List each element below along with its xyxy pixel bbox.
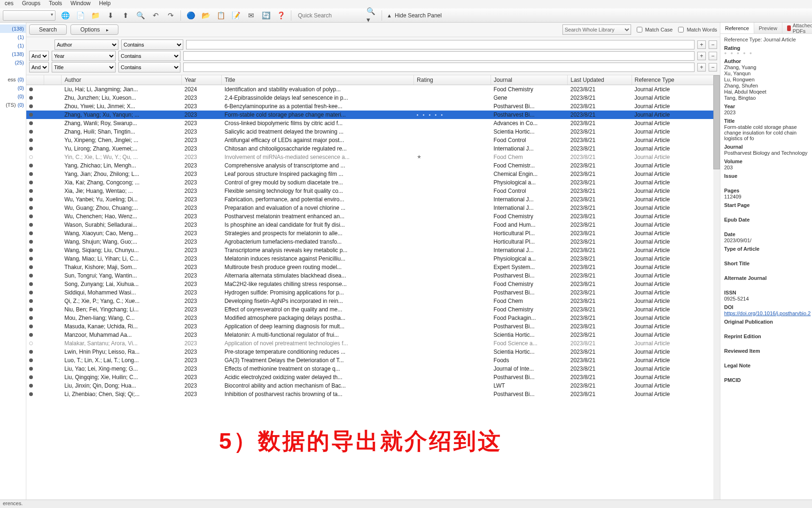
criteria-andor[interactable]: And bbox=[29, 51, 49, 61]
sidebar-item-0[interactable]: (138) bbox=[0, 24, 26, 33]
tab-attached-pdfs[interactable]: Attached PDFs bbox=[782, 23, 812, 33]
sidebar-item-6[interactable]: ess(0) bbox=[0, 75, 26, 84]
table-row[interactable]: Wang, Siqiang; Liu, Chunyu...2023Transcr… bbox=[26, 246, 720, 254]
criteria-op[interactable]: Contains bbox=[118, 51, 180, 61]
col-Year[interactable]: Year bbox=[182, 75, 222, 85]
table-row[interactable]: Liu, Hai; Li, Jiangming; Jian...2024Iden… bbox=[26, 85, 720, 94]
sidebar-item-7[interactable]: (0) bbox=[0, 84, 26, 92]
sync-icon[interactable]: 🔄 bbox=[261, 10, 271, 21]
sidebar-item-5[interactable] bbox=[0, 67, 26, 75]
criteria-remove[interactable]: − bbox=[709, 40, 717, 49]
open-lib-icon[interactable]: 📂 bbox=[201, 10, 211, 21]
table-row[interactable]: Yang, Zhichao; Lin, Mengh...2023Comprehe… bbox=[26, 161, 720, 170]
col-Reference Type[interactable]: Reference Type bbox=[632, 75, 719, 85]
table-row[interactable]: Siddiqui, Mohammed Wasi...2023Hydrogen s… bbox=[26, 288, 720, 297]
table-row[interactable]: Xia, Jie; Huang, Wentao; ...2023Flexible… bbox=[26, 187, 720, 195]
new-ref-icon[interactable]: 📄 bbox=[75, 10, 86, 21]
match-words-checkbox[interactable]: Match Words bbox=[676, 25, 717, 34]
find-dup-icon[interactable]: 🔍 bbox=[135, 10, 146, 21]
help-icon[interactable]: ❓ bbox=[276, 10, 286, 21]
criteria-term[interactable] bbox=[183, 63, 695, 72]
menu-bar[interactable]: cesGroupsToolsWindowHelp bbox=[0, 0, 812, 8]
table-row[interactable]: Manzoor, Muhammad Aa...2023Melatonin: A … bbox=[26, 331, 720, 339]
groups-sidebar[interactable]: (138)(1)(1)(138)(25)ess(0)(0)(0)(TS)(0) bbox=[0, 23, 26, 508]
table-row[interactable]: Wang, Xiaoyun; Cao, Meng...2023Strategie… bbox=[26, 229, 720, 238]
col-icon0[interactable] bbox=[26, 75, 44, 85]
table-row[interactable]: Zhu, Junzhen; Liu, Xueson...20232,4-Epib… bbox=[26, 94, 720, 102]
redo-icon[interactable]: ↷ bbox=[165, 10, 176, 21]
table-row[interactable]: Wason, Surabhi; Selladurai...2023Is phos… bbox=[26, 221, 720, 229]
table-row[interactable]: Yang, Jian; Zhou, Zhilong; L...2023Leaf … bbox=[26, 170, 720, 178]
criteria-add[interactable]: + bbox=[697, 40, 706, 49]
criteria-andor[interactable]: And bbox=[29, 62, 49, 72]
mode-dropdown[interactable] bbox=[3, 10, 55, 21]
table-row[interactable]: Zhang, Wanli; Roy, Swarup...2023Cross-li… bbox=[26, 119, 720, 127]
options-button[interactable]: Options bbox=[70, 24, 118, 35]
table-row[interactable]: Masuda, Kanae; Uchida, Ri...2023Applicat… bbox=[26, 322, 720, 331]
match-case-checkbox[interactable]: Match Case bbox=[635, 25, 673, 34]
sidebar-item-3[interactable]: (138) bbox=[0, 50, 26, 58]
menu-tools[interactable]: Tools bbox=[49, 0, 62, 7]
col-Rating[interactable]: Rating bbox=[414, 75, 491, 85]
table-row[interactable]: Thakur, Kishore; Maji, Som...2023Multiro… bbox=[26, 263, 720, 271]
search-scope-dropdown[interactable]: Search Whole Library bbox=[562, 24, 631, 35]
criteria-op[interactable]: Contains bbox=[121, 40, 183, 50]
criteria-field[interactable]: Author bbox=[55, 40, 118, 50]
menu-window[interactable]: Window bbox=[70, 0, 91, 7]
table-row[interactable]: Mou, Zhen-liang; Wang, C...2023Modified … bbox=[26, 314, 720, 322]
table-row[interactable]: Yin, C.; Xie, L.; Wu, Y.; Qu, ...2023Inv… bbox=[26, 153, 720, 161]
references-table[interactable]: AuthorYearTitleRatingJournalLast Updated… bbox=[26, 75, 720, 398]
hide-search-panel-button[interactable]: ▲ Hide Search Panel bbox=[387, 12, 442, 19]
criteria-remove[interactable]: − bbox=[709, 52, 717, 60]
criteria-add[interactable]: + bbox=[697, 63, 706, 71]
doi-link[interactable]: https://doi.org/10.1016/j.postharvbio.2 bbox=[724, 310, 808, 316]
criteria-op[interactable]: Contains bbox=[118, 62, 180, 72]
criteria-field[interactable]: Year bbox=[52, 51, 116, 61]
table-row[interactable]: Wu, Guang; Zhou, Chuang;...2023Preparati… bbox=[26, 204, 720, 212]
table-row[interactable]: Zhou, Yiwei; Liu, Jinmei; X...20236-Benz… bbox=[26, 102, 720, 111]
sidebar-item-9[interactable]: (TS)(0) bbox=[0, 101, 26, 109]
online-search-icon[interactable]: 🔵 bbox=[186, 10, 196, 21]
globe-icon[interactable]: 🌐 bbox=[60, 10, 70, 21]
menu-help[interactable]: Help bbox=[99, 0, 111, 7]
sidebar-item-2[interactable]: (1) bbox=[0, 41, 26, 50]
table-row[interactable]: Niu, Ben; Fei, Yingchang; Li...2023Effec… bbox=[26, 305, 720, 314]
col-Last Updated[interactable]: Last Updated bbox=[568, 75, 632, 85]
sidebar-item-4[interactable]: (25) bbox=[0, 58, 26, 67]
import-icon[interactable]: ⬇ bbox=[105, 10, 116, 21]
criteria-remove[interactable]: − bbox=[709, 63, 717, 71]
table-row[interactable]: Malakar, Santanu; Arora, Vi...2023Applic… bbox=[26, 339, 720, 348]
format-icon[interactable]: 📝 bbox=[231, 10, 241, 21]
table-row[interactable]: Luo, T.; Lin, X.; Lai, T.; Long...2023GA… bbox=[26, 356, 720, 365]
table-row[interactable]: Lwin, Hnin Phyu; Leisso, Ra...2023Pre-st… bbox=[26, 348, 720, 356]
scrollbar-thumb[interactable] bbox=[713, 75, 720, 169]
search-icon[interactable]: 🔍▾ bbox=[367, 10, 377, 21]
quick-search-input[interactable] bbox=[296, 11, 362, 20]
table-row[interactable]: Zhang, Huili; Shan, Tingtin...2023Salicy… bbox=[26, 127, 720, 136]
menu-groups[interactable]: Groups bbox=[22, 0, 40, 7]
col-icon1[interactable] bbox=[44, 75, 61, 85]
scrollbar-track[interactable] bbox=[713, 75, 720, 508]
export-icon[interactable]: ⬆ bbox=[120, 10, 131, 21]
table-row[interactable]: Yu, Lirong; Zhang, Xuemei;...2023Chitosa… bbox=[26, 144, 720, 153]
table-row[interactable]: Zhang, Yuang; Xu, Yanqun; ...2023Form-st… bbox=[26, 111, 720, 119]
table-row[interactable]: Qi, Z.; Xie, P.; Yang, C.; Xue...2023Dev… bbox=[26, 297, 720, 305]
table-row[interactable]: Wang, Shujun; Wang, Guo;...2023Agrobacte… bbox=[26, 238, 720, 246]
rating-stars[interactable]: ●●●●● bbox=[724, 51, 808, 56]
table-row[interactable]: Liu, Qingqing; Xie, Huilin; C...2023Acid… bbox=[26, 373, 720, 381]
open-folder-icon[interactable]: 📁 bbox=[90, 10, 101, 21]
col-Author[interactable]: Author bbox=[62, 75, 182, 85]
table-row[interactable]: Wu, Yanbei; Yu, Xueling; Di...2023Fabric… bbox=[26, 195, 720, 204]
tab-preview[interactable]: Preview bbox=[754, 23, 782, 33]
table-row[interactable]: Liu, Jinxin; Qin, Dong; Hua...2023Biocon… bbox=[26, 381, 720, 390]
tab-reference[interactable]: Reference bbox=[720, 23, 754, 33]
criteria-term[interactable] bbox=[186, 40, 695, 49]
criteria-field[interactable]: Title bbox=[52, 62, 116, 72]
sidebar-item-8[interactable]: (0) bbox=[0, 92, 26, 101]
sidebar-item-1[interactable]: (1) bbox=[0, 33, 26, 41]
table-row[interactable]: Xia, Kai; Zhang, Congcong; ...2023Contro… bbox=[26, 178, 720, 187]
search-button[interactable]: Search bbox=[29, 24, 67, 35]
criteria-add[interactable]: + bbox=[697, 52, 706, 60]
table-row[interactable]: Sun, Tongrui; Yang, Wantin...2023Alterna… bbox=[26, 271, 720, 280]
col-Title[interactable]: Title bbox=[222, 75, 414, 85]
